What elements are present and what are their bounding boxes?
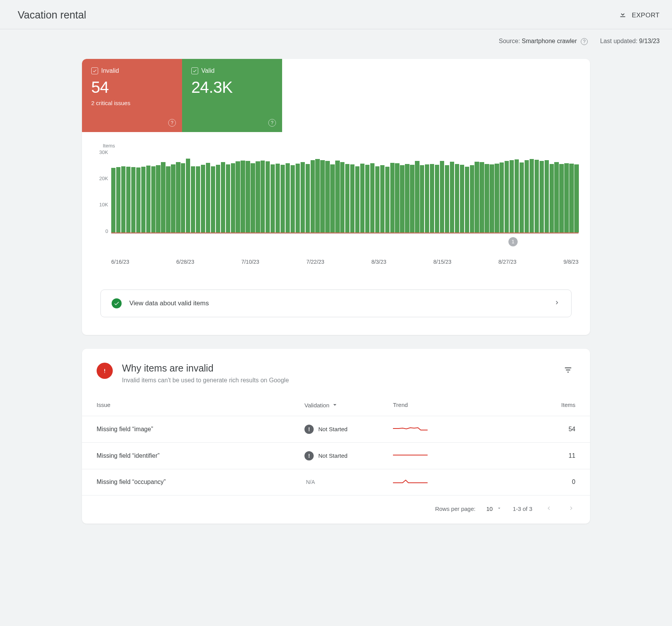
chart-bar[interactable] (241, 161, 245, 233)
chart-bar[interactable] (276, 164, 280, 233)
chart-bar[interactable] (460, 165, 464, 233)
next-page-button[interactable] (565, 502, 577, 515)
chart-bar[interactable] (410, 165, 414, 233)
chart-bar[interactable] (420, 165, 424, 232)
chart-bar[interactable] (535, 160, 539, 233)
chart-bar[interactable] (320, 160, 324, 233)
chart-bar[interactable] (455, 164, 459, 232)
chart-bar[interactable] (206, 163, 210, 233)
chart-bar[interactable] (256, 161, 260, 233)
chart-bar[interactable] (505, 161, 509, 232)
chart-bar[interactable] (554, 162, 558, 232)
chart-bar[interactable] (500, 162, 504, 233)
rows-per-page-select[interactable]: 10 (486, 505, 502, 512)
help-icon[interactable]: ? (168, 119, 176, 127)
help-icon[interactable]: ? (268, 119, 276, 127)
chart-bar[interactable] (385, 167, 389, 233)
col-trend[interactable]: Trend (393, 402, 497, 409)
chart-bar[interactable] (216, 165, 220, 233)
chart-bar[interactable] (286, 163, 290, 233)
chart-bar[interactable] (171, 164, 175, 233)
chart-bar[interactable] (111, 168, 115, 233)
tile-invalid[interactable]: Invalid 54 2 critical issues ? (82, 59, 182, 132)
chart-bar[interactable] (470, 165, 474, 232)
chart-bar[interactable] (569, 164, 573, 233)
prev-page-button[interactable] (543, 502, 555, 515)
tile-valid[interactable]: Valid 24.3K ? (182, 59, 282, 132)
chart-bar[interactable] (191, 166, 195, 233)
chart-bar[interactable] (480, 162, 484, 232)
chart-bar[interactable] (296, 164, 300, 233)
chart-bar[interactable] (559, 164, 563, 232)
chart-bar[interactable] (355, 166, 359, 233)
chart-bar[interactable] (475, 162, 479, 233)
chart-bar[interactable] (540, 161, 544, 232)
chart-bar[interactable] (196, 166, 200, 232)
chart-bar[interactable] (425, 164, 429, 233)
chart-bar[interactable] (121, 166, 125, 232)
chart-bar[interactable] (520, 162, 524, 233)
chart-bar[interactable] (261, 161, 265, 233)
chart-bar[interactable] (495, 164, 499, 233)
chart-bar[interactable] (311, 160, 315, 232)
chart-bar[interactable] (211, 166, 215, 232)
chart-bar[interactable] (281, 165, 285, 233)
chart-bar[interactable] (116, 167, 120, 233)
chart-bar[interactable] (490, 164, 494, 233)
chart-bar[interactable] (340, 162, 344, 233)
chart-bar[interactable] (564, 163, 568, 233)
chart-bar[interactable] (221, 162, 225, 233)
source-block[interactable]: Source: Smartphone crawler ? (499, 38, 588, 45)
chart-bar[interactable] (315, 159, 319, 232)
chart-bar[interactable] (301, 162, 305, 233)
chart-bar[interactable] (226, 164, 230, 233)
chart-bar[interactable] (330, 164, 334, 233)
chart-bar[interactable] (550, 164, 554, 232)
chart-bar[interactable] (515, 159, 519, 233)
col-validation[interactable]: Validation (304, 402, 393, 409)
chart-bar[interactable] (306, 164, 310, 233)
chart-bar[interactable] (231, 163, 235, 233)
chart-bar[interactable] (136, 167, 140, 233)
chart-bar[interactable] (574, 164, 578, 233)
chart-bar[interactable] (380, 165, 384, 232)
chart-bar[interactable] (530, 159, 534, 233)
chart-bar[interactable] (375, 166, 379, 232)
chart-bar[interactable] (360, 164, 364, 233)
chart-bar[interactable] (440, 161, 444, 233)
chart-bar[interactable] (266, 161, 270, 233)
chart-bar[interactable] (350, 164, 354, 233)
chart-bar[interactable] (395, 163, 399, 232)
chart-bar[interactable] (390, 163, 395, 233)
chart-bar[interactable] (325, 161, 329, 232)
chart-annotation-marker[interactable]: 1 (508, 237, 518, 246)
chart-bar[interactable] (181, 163, 185, 233)
chart-bar[interactable] (146, 166, 150, 233)
chart-bar[interactable] (445, 165, 449, 232)
chart-bar[interactable] (365, 165, 369, 233)
chart-bar[interactable] (201, 165, 205, 233)
chart-bar[interactable] (405, 164, 409, 233)
chart-bar[interactable] (246, 161, 250, 232)
chart-plot[interactable]: 1 (111, 149, 578, 234)
chart-bar[interactable] (485, 164, 489, 233)
chart-bar[interactable] (156, 165, 160, 233)
chart-bar[interactable] (236, 161, 240, 233)
chart-bar[interactable] (291, 165, 295, 232)
chart-bar[interactable] (435, 165, 439, 233)
chart-bar[interactable] (345, 164, 349, 233)
chart-bar[interactable] (151, 166, 155, 233)
chart-bar[interactable] (141, 167, 145, 233)
chart-bar[interactable] (126, 167, 130, 233)
chart-bar[interactable] (161, 162, 165, 232)
chart-bar[interactable] (166, 166, 170, 233)
export-button[interactable]: EXPORT (619, 10, 660, 20)
col-items[interactable]: Items (497, 402, 575, 409)
view-valid-items-link[interactable]: View data about valid items (100, 290, 572, 317)
issue-row[interactable]: Missing field “occupancy”N/A0 (82, 469, 590, 495)
col-issue[interactable]: Issue (97, 402, 304, 409)
chart-bar[interactable] (510, 160, 514, 232)
chart-bar[interactable] (430, 164, 434, 233)
help-icon[interactable]: ? (581, 38, 588, 45)
chart-bar[interactable] (176, 162, 180, 232)
